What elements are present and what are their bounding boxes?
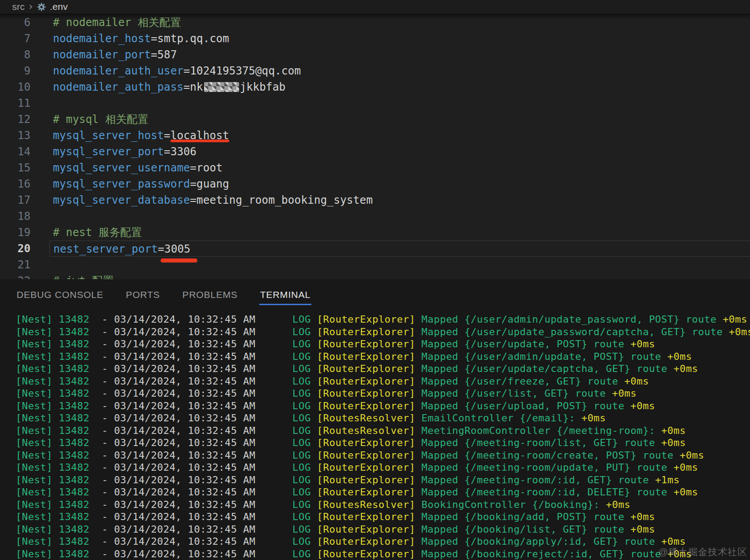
line-number: 7 [0, 31, 31, 47]
line-number: 6 [0, 14, 31, 31]
editor-line-16[interactable]: 16mysql_server_password=guang [0, 176, 750, 192]
line-number: 14 [0, 144, 31, 160]
editor-line-8[interactable]: 8nodemailer_port=587 [0, 47, 750, 63]
panel-tab-terminal[interactable]: TERMINAL [259, 286, 312, 305]
line-number: 17 [0, 192, 31, 208]
breadcrumb-folder[interactable]: src [12, 1, 25, 12]
editor-line-9[interactable]: 9nodemailer_auth_user=1024195375@qq.com [0, 63, 750, 79]
editor-line-20[interactable]: 20nest_server_port=3005 [0, 241, 750, 257]
line-number: 15 [0, 160, 31, 176]
panel-tab-ports[interactable]: PORTS [125, 286, 161, 305]
panel-tab-bar: DEBUG CONSOLEPORTSPROBLEMSTERMINAL [0, 279, 750, 311]
editor-line-15[interactable]: 15mysql_server_username=root [0, 160, 750, 176]
terminal-log-row: [Nest] 13482 - 03/14/2024, 10:32:45 AM L… [16, 486, 750, 499]
line-number: 22 [0, 273, 31, 279]
terminal-log-row: [Nest] 13482 - 03/14/2024, 10:32:45 AM L… [16, 523, 750, 536]
terminal-log-row: [Nest] 13482 - 03/14/2024, 10:32:45 AM L… [16, 326, 750, 338]
terminal-log-row: [Nest] 13482 - 03/14/2024, 10:32:45 AM L… [16, 375, 750, 388]
code-text[interactable]: nodemailer_auth_user=1024195375@qq.com [49, 63, 750, 79]
line-number: 16 [0, 176, 31, 192]
code-text[interactable]: nodemailer_host=smtp.qq.com [49, 31, 750, 47]
code-text[interactable]: # nodemailer 相关配置 [49, 14, 750, 31]
editor-line-10[interactable]: 10nodemailer_auth_pass=nkjkkbfab [0, 79, 750, 95]
panel-tab-problems[interactable]: PROBLEMS [182, 286, 239, 305]
code-text[interactable]: mysql_server_username=root [49, 160, 750, 176]
line-number: 19 [0, 224, 31, 241]
code-text[interactable]: # mysql 相关配置 [49, 111, 750, 127]
vscode-window: src › .env 6# nodemailer 相关配置7nodemailer… [0, 0, 750, 560]
editor-line-22[interactable]: 22# jwt 配置 [0, 273, 750, 279]
terminal-log-row: [Nest] 13482 - 03/14/2024, 10:32:45 AM L… [16, 535, 750, 548]
terminal-log-row: [Nest] 13482 - 03/14/2024, 10:32:45 AM L… [16, 424, 750, 437]
annotation-red-underline-localhost [170, 140, 229, 142]
line-number: 13 [0, 127, 31, 144]
line-number: 21 [0, 257, 31, 273]
terminal-log-row: [Nest] 13482 - 03/14/2024, 10:32:45 AM L… [16, 350, 750, 363]
terminal-log-row: [Nest] 13482 - 03/14/2024, 10:32:45 AM L… [16, 338, 750, 350]
code-text[interactable]: mysql_server_port=3306 [49, 144, 750, 160]
editor-line-14[interactable]: 14mysql_server_port=3306 [0, 144, 750, 160]
terminal-log-row: [Nest] 13482 - 03/14/2024, 10:32:45 AM L… [16, 412, 750, 424]
editor-line-7[interactable]: 7nodemailer_host=smtp.qq.com [0, 31, 750, 47]
editor-line-19[interactable]: 19# nest 服务配置 [0, 224, 750, 241]
line-number: 9 [0, 63, 31, 79]
terminal-log-row: [Nest] 13482 - 03/14/2024, 10:32:45 AM L… [16, 387, 750, 400]
terminal-log-row: [Nest] 13482 - 03/14/2024, 10:32:45 AM L… [16, 499, 750, 511]
terminal-log-row: [Nest] 13482 - 03/14/2024, 10:32:45 AM L… [16, 474, 750, 486]
terminal-log-row: [Nest] 13482 - 03/14/2024, 10:32:45 AM L… [16, 461, 750, 474]
code-text[interactable]: # nest 服务配置 [49, 224, 750, 241]
line-number: 11 [0, 95, 31, 111]
terminal-log-row: [Nest] 13482 - 03/14/2024, 10:32:45 AM L… [16, 437, 750, 449]
code-text[interactable] [49, 208, 750, 224]
terminal-log-row: [Nest] 13482 - 03/14/2024, 10:32:45 AM L… [16, 400, 750, 412]
code-text[interactable]: nodemailer_auth_pass=nkjkkbfab [49, 79, 750, 95]
terminal-log-row: [Nest] 13482 - 03/14/2024, 10:32:45 AM L… [16, 313, 750, 326]
breadcrumb-file[interactable]: .env [50, 1, 68, 12]
terminal-log-row: [Nest] 13482 - 03/14/2024, 10:32:45 AM L… [16, 511, 750, 523]
code-text[interactable] [49, 95, 750, 111]
panel-tab-debug-console[interactable]: DEBUG CONSOLE [16, 286, 105, 305]
editor-line-17[interactable]: 17mysql_server_database=meeting_room_boo… [0, 192, 750, 208]
gear-icon [37, 2, 46, 12]
editor-env-file[interactable]: 6# nodemailer 相关配置7nodemailer_host=smtp.… [0, 13, 750, 279]
code-text[interactable]: mysql_server_database=meeting_room_booki… [49, 192, 750, 208]
code-text[interactable]: nest_server_port=3005 [49, 241, 750, 257]
code-text[interactable]: nodemailer_port=587 [49, 47, 750, 63]
code-text[interactable] [49, 257, 750, 273]
code-text[interactable]: # jwt 配置 [49, 273, 750, 279]
line-number: 10 [0, 79, 31, 95]
annotation-red-bar-3005 [161, 258, 197, 262]
breadcrumb: src › .env [0, 0, 750, 13]
editor-line-18[interactable]: 18 [0, 208, 750, 224]
line-number: 20 [0, 241, 31, 257]
line-number: 12 [0, 111, 31, 127]
line-number: 18 [0, 208, 31, 224]
editor-line-21[interactable]: 21 [0, 257, 750, 273]
chevron-right-icon: › [29, 0, 33, 12]
watermark: @稀土掘金技术社区 [658, 546, 747, 558]
editor-line-6[interactable]: 6# nodemailer 相关配置 [0, 14, 750, 31]
line-number: 8 [0, 47, 31, 63]
terminal-log-row: [Nest] 13482 - 03/14/2024, 10:32:45 AM L… [16, 449, 750, 462]
editor-line-13[interactable]: 13mysql_server_host=localhost [0, 127, 750, 144]
editor-line-11[interactable]: 11 [0, 95, 750, 111]
redacted-password-blur [204, 82, 239, 92]
terminal-log-row: [Nest] 13482 - 03/14/2024, 10:32:45 AM L… [16, 363, 750, 375]
code-text[interactable]: mysql_server_host=localhost [49, 127, 750, 144]
terminal-output[interactable]: [Nest] 13482 - 03/14/2024, 10:32:45 AM L… [0, 311, 750, 560]
bottom-panel: DEBUG CONSOLEPORTSPROBLEMSTERMINAL [Nest… [0, 279, 750, 560]
terminal-log-row: [Nest] 13482 - 03/14/2024, 10:32:45 AM L… [16, 548, 750, 560]
editor-line-12[interactable]: 12# mysql 相关配置 [0, 111, 750, 127]
code-text[interactable]: mysql_server_password=guang [49, 176, 750, 192]
